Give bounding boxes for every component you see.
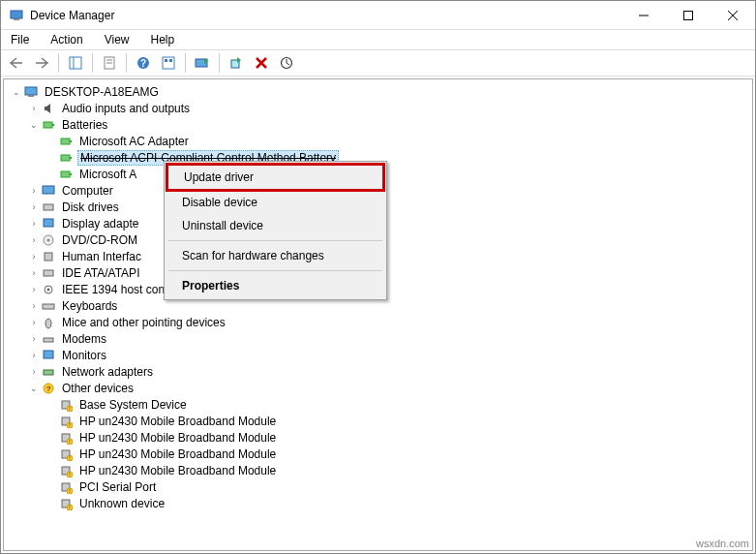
- svg-text:?: ?: [140, 58, 146, 69]
- node-label: HP un2430 Mobile Broadband Module: [77, 415, 278, 428]
- tree-node-network[interactable]: ›Network adapters: [4, 363, 752, 380]
- tree-node-other-devices[interactable]: ⌄?Other devices: [4, 380, 752, 396]
- menu-file[interactable]: File: [7, 32, 33, 47]
- context-update-driver[interactable]: Update driver: [166, 163, 385, 192]
- network-icon: [41, 364, 56, 380]
- expand-icon[interactable]: ›: [27, 365, 41, 379]
- svg-rect-29: [61, 171, 70, 177]
- display-icon: [41, 216, 56, 231]
- tree-node-modems[interactable]: ›Modems: [4, 330, 752, 347]
- menu-action[interactable]: Action: [46, 32, 86, 47]
- device-tree-pane[interactable]: ⌄ DESKTOP-A18EAMG ›Audio inputs and outp…: [3, 78, 753, 551]
- expand-icon[interactable]: ›: [27, 332, 41, 346]
- monitor-icon: [41, 348, 56, 363]
- tree-node-audio[interactable]: ›Audio inputs and outputs: [4, 100, 752, 116]
- show-hide-console-button[interactable]: [64, 51, 87, 75]
- forward-button[interactable]: [30, 51, 53, 75]
- tree-leaf-hp-module[interactable]: !HP un2430 Mobile Broadband Module: [4, 446, 752, 462]
- node-label: HP un2430 Mobile Broadband Module: [77, 447, 278, 461]
- tree-leaf-unknown[interactable]: !Unknown device: [4, 495, 752, 511]
- enable-device-button[interactable]: [225, 51, 248, 75]
- svg-rect-21: [25, 87, 37, 95]
- ide-icon: [41, 265, 56, 281]
- properties-button[interactable]: [98, 51, 121, 75]
- node-label: DVD/CD-ROM: [60, 233, 139, 247]
- menu-view[interactable]: View: [101, 32, 134, 47]
- svg-rect-6: [70, 57, 81, 69]
- node-label: Other devices: [60, 382, 136, 395]
- computer-icon: [41, 183, 56, 199]
- maximize-button[interactable]: [666, 1, 711, 30]
- tree-leaf-hp-module[interactable]: !HP un2430 Mobile Broadband Module: [4, 429, 752, 446]
- expand-icon[interactable]: ›: [27, 283, 41, 296]
- context-uninstall-device[interactable]: Uninstall device: [166, 214, 384, 237]
- svg-text:?: ?: [46, 385, 51, 393]
- context-disable-device[interactable]: Disable device: [166, 191, 384, 214]
- keyboard-icon: [41, 298, 56, 314]
- svg-rect-36: [45, 253, 52, 261]
- expand-icon[interactable]: ›: [27, 217, 41, 231]
- tree-node-batteries[interactable]: ⌄Batteries: [4, 116, 752, 133]
- svg-rect-23: [44, 122, 52, 128]
- svg-rect-37: [44, 270, 53, 276]
- collapse-icon[interactable]: ⌄: [10, 85, 23, 99]
- node-label: Monitors: [60, 349, 108, 362]
- svg-text:!: !: [69, 406, 70, 412]
- warning-device-icon: !: [58, 414, 74, 429]
- svg-rect-14: [165, 59, 167, 62]
- svg-text:!: !: [69, 455, 70, 461]
- tree-node-mice[interactable]: ›Mice and other pointing devices: [4, 314, 752, 330]
- expand-icon[interactable]: ›: [27, 250, 41, 263]
- context-scan-hardware[interactable]: Scan for hardware changes: [166, 244, 384, 267]
- svg-rect-24: [52, 124, 54, 126]
- scan-hardware-button[interactable]: [275, 51, 298, 75]
- audio-icon: [41, 101, 56, 116]
- expand-icon[interactable]: ›: [27, 349, 41, 362]
- node-label: Mice and other pointing devices: [60, 316, 227, 329]
- computer-icon: [23, 84, 39, 100]
- expand-icon[interactable]: ›: [27, 200, 41, 214]
- back-button[interactable]: [5, 51, 28, 75]
- node-label: Display adapte: [60, 217, 140, 231]
- update-driver-button[interactable]: [191, 51, 214, 75]
- warning-device-icon: !: [58, 430, 74, 446]
- tree-leaf-hp-module[interactable]: !HP un2430 Mobile Broadband Module: [4, 462, 752, 478]
- collapse-icon[interactable]: ⌄: [27, 382, 41, 395]
- expand-icon[interactable]: ›: [27, 316, 41, 329]
- context-properties[interactable]: Properties: [166, 274, 384, 297]
- svg-rect-43: [44, 351, 53, 358]
- tree-leaf-pci-serial[interactable]: !PCI Serial Port: [4, 478, 752, 495]
- tree-leaf-ac-adapter[interactable]: Microsoft AC Adapter: [4, 133, 752, 149]
- svg-rect-42: [44, 338, 53, 342]
- context-separator: [168, 240, 382, 241]
- collapse-icon[interactable]: ⌄: [27, 118, 41, 132]
- expand-icon[interactable]: ›: [27, 233, 41, 247]
- warning-device-icon: !: [58, 463, 74, 478]
- expand-icon[interactable]: ›: [27, 299, 41, 313]
- menu-help[interactable]: Help: [147, 32, 179, 47]
- warning-device-icon: !: [58, 479, 74, 495]
- uninstall-device-button[interactable]: [250, 51, 273, 75]
- svg-rect-32: [44, 204, 53, 210]
- node-label: Unknown device: [77, 497, 166, 510]
- svg-rect-40: [43, 304, 54, 309]
- expand-icon[interactable]: ›: [27, 102, 41, 115]
- other-device-icon: ?: [41, 381, 56, 396]
- tree-leaf-base-system[interactable]: !Base System Device: [4, 396, 752, 413]
- expand-icon[interactable]: ›: [27, 184, 41, 198]
- context-menu: Update driver Disable device Uninstall d…: [164, 161, 387, 300]
- tree-root[interactable]: ⌄ DESKTOP-A18EAMG: [4, 83, 752, 100]
- node-label: PCI Serial Port: [77, 480, 158, 494]
- node-label: Disk drives: [60, 200, 121, 214]
- help-button[interactable]: ?: [132, 51, 155, 75]
- icon-toolbar-button[interactable]: [157, 51, 180, 75]
- node-label: Audio inputs and outputs: [60, 102, 192, 115]
- toolbar-separator: [126, 53, 127, 73]
- minimize-button[interactable]: [621, 1, 666, 30]
- tree-leaf-hp-module[interactable]: !HP un2430 Mobile Broadband Module: [4, 413, 752, 429]
- tree-node-monitors[interactable]: ›Monitors: [4, 347, 752, 363]
- svg-rect-33: [44, 219, 53, 227]
- warning-device-icon: !: [58, 496, 74, 511]
- close-button[interactable]: [711, 1, 755, 30]
- expand-icon[interactable]: ›: [27, 266, 41, 280]
